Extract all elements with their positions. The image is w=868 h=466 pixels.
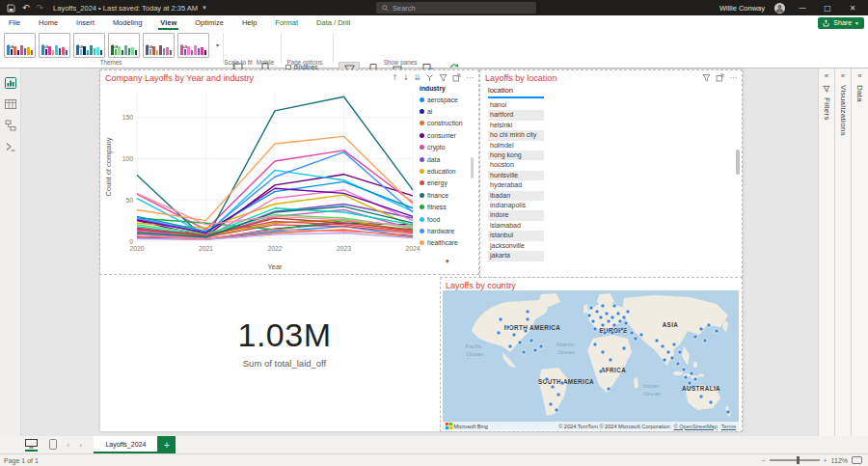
location-row-islamabad[interactable]: islamabad [488, 221, 544, 231]
legend-item-fitness[interactable]: fitness [420, 202, 475, 213]
world-map[interactable]: PacificOceanAtlanticOceanIndianOceanNORT… [443, 290, 739, 430]
drill-up-icon[interactable]: ↑ [392, 73, 398, 82]
menu-format[interactable]: Format [275, 15, 298, 30]
legend-item-consumer[interactable]: consumer [420, 129, 475, 141]
share-button[interactable]: Share ▼ [818, 17, 864, 29]
zoom-in-icon[interactable]: + [824, 457, 827, 464]
legend-item-education[interactable]: education [420, 165, 475, 177]
location-row-holmdel[interactable]: holmdel [488, 141, 544, 151]
location-column-header[interactable]: location [488, 86, 544, 98]
focus-mode-icon[interactable] [716, 73, 724, 82]
svg-text:50: 50 [125, 197, 133, 204]
location-row-jacksonville[interactable]: jacksonville [488, 241, 544, 251]
menu-data-drill[interactable]: Data / Drill [316, 15, 350, 30]
focus-mode-icon[interactable] [452, 73, 461, 82]
prev-page-icon[interactable]: ‹ [67, 441, 69, 450]
location-table-visual[interactable]: Layoffs by location ⋯ location hanoihart… [480, 70, 742, 277]
undo-icon[interactable]: ↶ [22, 3, 30, 13]
location-row-ho-chi-minh-city[interactable]: ho chi minh city [488, 130, 544, 140]
avatar[interactable] [774, 3, 785, 14]
theme-thumbnail-5[interactable]: Aa [143, 33, 175, 58]
table-view-icon[interactable] [5, 98, 16, 110]
legend-item-data[interactable]: data [420, 153, 475, 165]
report-view-icon[interactable] [5, 77, 16, 89]
location-row-istanbul[interactable]: istanbul [488, 231, 544, 240]
zoom-slider[interactable] [770, 459, 820, 461]
filter-icon[interactable] [702, 73, 711, 82]
line-chart-visual[interactable]: Company Layoffs by Year and industry ↑ ↓… [100, 70, 478, 274]
expand-filters-icon[interactable]: « [825, 72, 828, 80]
terms-link[interactable]: Terms [721, 424, 736, 429]
legend-item-hardware[interactable]: hardware [420, 225, 475, 236]
search-input[interactable]: Search [376, 2, 536, 14]
menu-help[interactable]: Help [242, 15, 257, 30]
legend-item-healthcare[interactable]: healthcare [420, 237, 475, 249]
location-row-hartford[interactable]: hartford [488, 110, 544, 120]
search-icon [382, 5, 389, 12]
zoom-out-icon[interactable]: − [761, 457, 765, 464]
user-name[interactable]: Willie Conway [719, 4, 765, 13]
legend-item-aerospace[interactable]: aerospace [420, 94, 475, 105]
location-row-jakarta[interactable]: jakarta [488, 251, 544, 260]
menu-optimize[interactable]: Optimize [195, 15, 224, 30]
filter-icon[interactable] [439, 73, 448, 82]
more-options-icon[interactable]: ⋯ [466, 73, 474, 82]
location-row-indianapolis[interactable]: indianapolis [488, 201, 544, 210]
menu-modeling[interactable]: Modeling [113, 15, 142, 30]
fit-to-page-icon[interactable] [852, 456, 862, 464]
legend-item-crypto[interactable]: crypto [420, 142, 475, 153]
next-page-icon[interactable]: › [79, 441, 82, 450]
location-scrollbar[interactable] [736, 150, 740, 175]
dax-query-view-icon[interactable] [5, 141, 16, 152]
location-row-hyderabad[interactable]: hyderabad [488, 180, 544, 190]
legend-scrollbar[interactable] [471, 157, 474, 178]
data-collapsed-pane[interactable]: « Data [851, 69, 868, 436]
expand-data-icon[interactable]: « [857, 72, 861, 80]
location-row-hanoi[interactable]: hanoi [488, 100, 544, 110]
theme-thumbnail-1[interactable]: Aa [4, 33, 36, 58]
mobile-view-button[interactable] [49, 436, 57, 453]
menu-view[interactable]: View [160, 15, 176, 30]
theme-thumbnail-4[interactable]: Aa [108, 33, 140, 58]
desktop-view-button[interactable] [25, 439, 38, 452]
themes-more-icon[interactable]: ▾ [216, 41, 219, 48]
menu-home[interactable]: Home [39, 15, 58, 30]
location-row-hong-kong[interactable]: hong kong [488, 151, 544, 160]
expand-all-icon[interactable] [425, 73, 434, 82]
location-row-ibadan[interactable]: ibadan [488, 191, 544, 201]
legend-item-energy[interactable]: energy [420, 178, 475, 189]
location-row-houston[interactable]: houston [488, 160, 544, 170]
map-visual[interactable]: Layoffs by country Pacif [441, 278, 742, 431]
location-row-helsinki[interactable]: helsinki [488, 121, 544, 130]
legend-scroll-down-icon[interactable]: ▾ [446, 258, 449, 265]
legend-item-finance[interactable]: finance [420, 189, 475, 201]
model-view-icon[interactable] [5, 120, 16, 131]
location-row-huntsville[interactable]: huntsville [488, 171, 544, 180]
title-dropdown-icon[interactable]: ▼ [202, 5, 207, 11]
theme-thumbnail-6[interactable]: Aa [177, 33, 209, 58]
more-options-icon[interactable]: ⋯ [729, 73, 737, 82]
next-level-icon[interactable]: ⇊ [414, 73, 420, 82]
close-button[interactable]: ✕ [845, 4, 860, 13]
minimize-button[interactable]: — [795, 4, 810, 13]
menu-file[interactable]: File [9, 15, 20, 30]
location-row-indore[interactable]: indore [488, 210, 544, 220]
legend-item-ai[interactable]: ai [420, 105, 475, 117]
card-visual[interactable]: 1.03M Sum of total_laid_off [145, 294, 424, 391]
theme-thumbnail-3[interactable]: Aa [73, 33, 105, 58]
save-icon[interactable] [7, 4, 15, 13]
osm-link[interactable]: © OpenStreetMap [674, 424, 718, 429]
svg-text:Atlantic: Atlantic [556, 342, 575, 347]
menu-insert[interactable]: Insert [76, 15, 95, 30]
visualizations-collapsed-pane[interactable]: « Visualizations [834, 69, 851, 436]
new-page-button[interactable]: + [157, 436, 176, 453]
filters-collapsed-pane[interactable]: « Filters [818, 69, 834, 436]
theme-thumbnail-2[interactable]: Aa [39, 33, 70, 58]
filters-pane-label: Filters [823, 97, 831, 121]
drill-down-icon[interactable]: ↓ [403, 73, 410, 82]
expand-visualizations-icon[interactable]: « [841, 72, 845, 80]
maximize-button[interactable]: □ [820, 4, 835, 13]
legend-item-construction[interactable]: construction [420, 118, 475, 129]
legend-item-food[interactable]: food [420, 213, 475, 225]
page-tab[interactable]: Layoffs_2024 [94, 436, 157, 453]
